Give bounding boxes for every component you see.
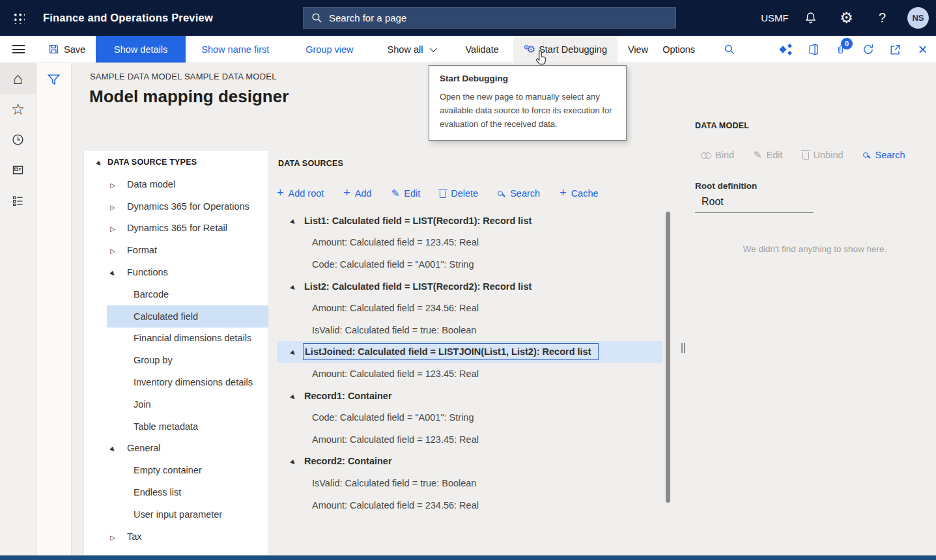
sidebar-item-workspaces[interactable] [0,186,36,216]
tree-item[interactable]: Inventory dimensions details [84,371,268,393]
data-source-row[interactable]: Amount: Calculated field = 123.45: Real [277,363,662,385]
vertical-scrollbar[interactable] [666,212,670,503]
root-definition-input[interactable]: Root [702,196,936,208]
commandbar-search-button[interactable] [718,36,741,63]
toolbar-button[interactable]: Add root [277,188,324,199]
sidebar-item-home[interactable]: ⌂ [0,63,36,94]
expander-icon[interactable] [289,216,298,226]
start-debugging-button[interactable]: ⚙⚙ Start Debugging [513,36,617,63]
sidebar-item-recent[interactable] [0,124,36,155]
attachments-button[interactable]: 0 [831,39,850,60]
data-source-row-label: List1: Calculated field = LIST(Record1):… [304,216,532,226]
toolbar-button[interactable]: Add [343,188,371,199]
toolbar-button[interactable]: Search [863,150,905,160]
feedback-button[interactable] [776,39,795,60]
expander-icon[interactable] [289,281,298,292]
open-in-new-window-button[interactable] [886,39,905,60]
data-source-row[interactable]: Code: Calculated field = "A001": String [277,406,662,428]
data-sources-tree: List1: Calculated field = LIST(Record1):… [277,210,662,516]
tree-item[interactable]: Data model [84,173,268,195]
data-source-row[interactable]: IsValid: Calculated field = true: Boolea… [277,319,662,341]
help-button[interactable]: ? [864,0,900,36]
data-source-row[interactable]: List1: Calculated field = LIST(Record1):… [277,210,662,232]
data-source-row[interactable]: Code: Calculated field = "A001": String [277,253,662,275]
expander-icon[interactable] [289,391,298,401]
save-button[interactable]: Save [36,36,96,63]
tree-item-label: Dynamics 365 for Retail [127,223,227,233]
data-model-toolbar: Bind Edit Unbind Search [701,146,936,164]
tree-item[interactable]: Functions [84,261,268,283]
show-name-first-button[interactable]: Show name first [196,36,274,63]
options-menu[interactable]: Options [657,36,700,63]
tree-item[interactable]: Tax [84,525,268,548]
data-source-row[interactable]: Amount: Calculated field = 234.56: Real [277,494,662,516]
tree-item[interactable]: User input parameter [84,503,268,525]
toolbar-button[interactable]: Search [498,188,540,199]
data-source-row-label: Amount: Calculated field = 234.56: Real [312,303,479,313]
data-source-types-header[interactable]: DATA SOURCE TYPES [84,151,268,173]
data-source-row[interactable]: List2: Calculated field = LIST(Record2):… [277,275,662,298]
close-button[interactable]: × [913,39,932,60]
data-source-row[interactable]: Amount: Calculated field = 123.45: Real [277,232,662,254]
start-debugging-tooltip: Start Debugging Open the new page to man… [429,65,627,141]
toolbar-button-label: Add [355,188,372,199]
notifications-button[interactable] [793,0,829,36]
data-source-row[interactable]: Record2: Container [277,451,662,473]
global-search-input[interactable]: Search for a page [303,7,676,29]
data-source-row-label: Code: Calculated field = "A001": String [312,412,474,423]
app-launcher-button[interactable] [0,0,36,36]
nav-expand-button[interactable] [0,36,36,63]
expander-icon[interactable] [108,267,117,277]
data-source-row[interactable]: IsValid: Calculated field = true: Boolea… [277,472,662,494]
panel-splitter-handle[interactable] [681,343,685,353]
star-icon: ☆ [11,102,25,117]
toolbar-button[interactable]: Cache [560,188,598,199]
tree-item[interactable]: Calculated field [84,305,268,328]
settings-button[interactable]: ⚙ [829,0,864,36]
expander-icon[interactable] [108,443,117,453]
tree-item[interactable]: General [84,438,268,460]
tree-item[interactable]: Financial dimensions details [84,328,268,350]
sidebar-item-favorites[interactable]: ☆ [0,94,36,124]
sidebar-item-forms[interactable] [0,155,36,186]
toolbar-button[interactable]: Delete [440,188,478,199]
expander-icon[interactable] [108,245,117,255]
expander-icon[interactable] [108,531,117,542]
tree-item[interactable]: Dynamics 365 for Retail [84,217,268,240]
tree-item[interactable]: Barcode [84,283,268,305]
tree-item[interactable]: Dynamics 365 for Operations [84,195,268,217]
company-picker[interactable]: USMF [757,0,793,36]
show-all-dropdown[interactable]: Show all [382,36,441,63]
avatar[interactable]: NS [907,7,929,29]
tree-item[interactable]: Empty container [84,459,268,481]
tree-item[interactable]: Table metadata [84,415,268,438]
view-menu[interactable]: View [623,36,653,63]
expander-icon[interactable] [108,179,117,189]
expander-icon[interactable] [108,201,117,212]
window-bottom-edge [0,555,936,560]
toolbar-button[interactable]: Edit [391,188,421,199]
toolbar-button[interactable]: Bind [701,150,734,160]
validate-button[interactable]: Validate [460,36,503,63]
show-details-button[interactable]: Show details [96,36,186,63]
group-view-button[interactable]: Group view [300,36,358,63]
tree-item[interactable]: Format [84,239,268,261]
tree-item[interactable]: Group by [84,349,268,371]
office-apps-button[interactable] [804,39,823,60]
data-source-row[interactable]: Record1: Container [277,385,662,407]
tree-item-label: Group by [134,355,173,365]
close-icon: × [918,42,927,57]
data-source-row[interactable]: Amount: Calculated field = 123.45: Real [277,428,662,451]
refresh-button[interactable] [858,39,877,60]
expander-icon[interactable] [108,223,117,233]
data-source-row[interactable]: Amount: Calculated field = 234.56: Real [277,297,662,319]
tooltip-body: Open the new page to manually select any… [440,90,616,131]
tree-item[interactable]: Endless list [84,481,268,503]
toolbar-button[interactable]: Unbind [802,150,844,160]
data-source-row[interactable]: ListJoined: Calculated field = LISTJOIN(… [277,341,662,363]
tree-item[interactable]: Join [84,393,268,415]
filter-button[interactable] [36,63,71,96]
toolbar-button[interactable]: Edit [754,149,783,161]
expander-icon[interactable] [289,346,298,357]
expander-icon[interactable] [289,456,298,466]
